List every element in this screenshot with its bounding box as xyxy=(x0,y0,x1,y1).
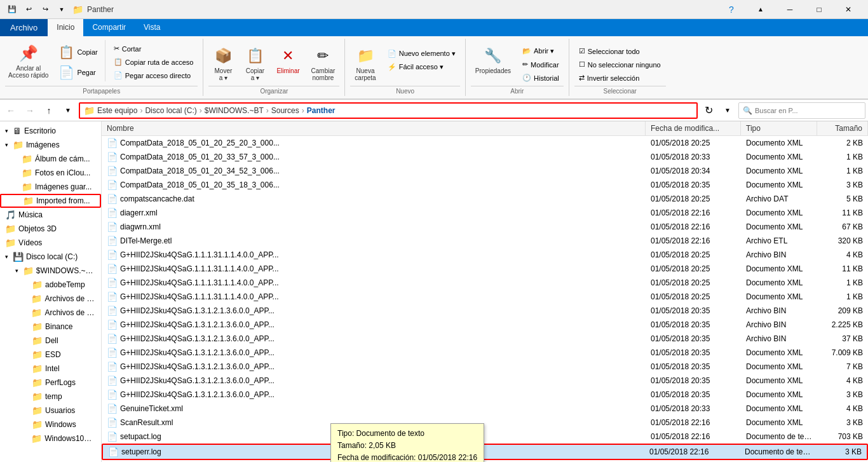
breadcrumb-este-equipo[interactable]: Este equipo xyxy=(97,106,137,115)
qat-redo[interactable]: ↪ xyxy=(38,3,52,17)
eliminar-btn[interactable]: ✕ Eliminar xyxy=(272,43,304,78)
modificar-btn[interactable]: ✏ Modificar xyxy=(518,58,564,71)
table-row[interactable]: 📄 G+HIID2JSku4QSaG.1.1.1.31.1.1.4.0.0_AP… xyxy=(102,276,868,290)
sidebar-item-2[interactable]: 📁Álbum de cám... xyxy=(0,152,101,166)
minimize-button[interactable]: ─ xyxy=(775,0,804,19)
sidebar-item-17[interactable]: 📁Intel xyxy=(0,362,101,376)
close-button[interactable]: ✕ xyxy=(834,0,863,19)
anclar-btn[interactable]: 📌 Anclar alAcceso rápido xyxy=(5,40,51,82)
table-row[interactable]: 📄 CompatData_2018_05_01_20_25_20_3_000..… xyxy=(102,136,868,150)
sidebar-item-1[interactable]: ▾📁Imágenes xyxy=(0,138,101,152)
sidebar-item-6[interactable]: 🎵Música xyxy=(0,208,101,222)
table-row[interactable]: 📄 GenuineTicket.xml 01/05/2018 20:33 Doc… xyxy=(102,402,868,416)
breadcrumb-panther[interactable]: Panther xyxy=(307,106,336,115)
sidebar-item-4[interactable]: 📁Imágenes guar... xyxy=(0,180,101,194)
sidebar-item-0[interactable]: ▾🖥Escritorio xyxy=(0,124,101,138)
table-row[interactable]: 📄 G+HIID2JSku4QSaG.1.3.1.2.1.3.6.0.0_APP… xyxy=(102,388,868,402)
file-size-15: 7.009 KB xyxy=(817,347,868,358)
seleccionar-todo-btn[interactable]: ☑ Seleccionar todo xyxy=(574,45,644,57)
table-row[interactable]: 📄 G+HIID2JSku4QSaG.1.3.1.2.1.3.6.0.0_APP… xyxy=(102,346,868,360)
cortar-btn[interactable]: ✂ Cortar xyxy=(109,43,198,55)
search-input[interactable] xyxy=(755,107,861,114)
sidebar-item-11[interactable]: 📁adobeTemp xyxy=(0,278,101,292)
table-row[interactable]: 📄 CompatData_2018_05_01_20_35_18_3_006..… xyxy=(102,178,868,192)
pegar-acceso-btn[interactable]: 📄 Pegar acceso directo xyxy=(109,69,198,81)
table-row[interactable]: 📄 setuperr.log 01/05/2018 22:16 Document… xyxy=(102,444,868,460)
table-row[interactable]: 📄 CompatData_2018_05_01_20_34_52_3_006..… xyxy=(102,164,868,178)
copiar-btn[interactable]: 📋 Copiar xyxy=(54,43,102,62)
tab-vista[interactable]: Vista xyxy=(135,19,169,36)
table-row[interactable]: 📄 setupact.log 01/05/2018 22:16 Document… xyxy=(102,430,868,444)
forward-button[interactable]: → xyxy=(22,102,38,119)
copiar-a-btn[interactable]: 📋 Copiara ▾ xyxy=(240,43,269,85)
table-row[interactable]: 📄 DITel-Merge.etl 01/05/2018 22:16 Archi… xyxy=(102,234,868,248)
help-button[interactable]: ? xyxy=(717,0,746,19)
table-row[interactable]: 📄 G+HIID2JSku4QSaG.1.1.1.31.1.1.4.0.0_AP… xyxy=(102,248,868,262)
abrir-btn[interactable]: 📂 Abrir ▾ xyxy=(518,45,564,57)
table-row[interactable]: 📄 G+HIID2JSku4QSaG.1.1.1.31.1.1.4.0.0_AP… xyxy=(102,290,868,304)
table-row[interactable]: 📄 compatscancache.dat 01/05/2018 20:25 A… xyxy=(102,192,868,206)
pegar-btn[interactable]: 📄 Pegar xyxy=(54,63,102,82)
maximize-button[interactable]: □ xyxy=(804,0,834,19)
searchbar[interactable]: 🔍 xyxy=(738,102,865,119)
file-name-18: 📄 G+HIID2JSku4QSaG.1.3.1.2.1.3.6.0.0_APP… xyxy=(102,388,646,401)
historial-btn[interactable]: 🕐 Historial xyxy=(518,72,564,84)
sidebar-item-10[interactable]: ▾📁$WINDOWS.~B... xyxy=(0,264,101,278)
table-row[interactable]: 📄 G+HIID2JSku4QSaG.1.3.1.2.1.3.6.0.0_APP… xyxy=(102,360,868,374)
sidebar-item-21[interactable]: 📁Windows xyxy=(0,418,101,431)
copiar-ruta-btn[interactable]: 📋 Copiar ruta de acceso xyxy=(109,56,198,68)
tab-inicio[interactable]: Inicio xyxy=(48,19,83,36)
qat-undo[interactable]: ↩ xyxy=(22,3,36,17)
sidebar-item-3[interactable]: 📁Fotos en iClou... xyxy=(0,166,101,180)
col-header-type[interactable]: Tipo xyxy=(741,121,817,135)
dropdown-address-btn[interactable]: ▼ xyxy=(719,102,736,119)
sidebar-item-20[interactable]: 📁Usuarios xyxy=(0,404,101,418)
table-row[interactable]: 📄 G+HIID2JSku4QSaG.1.3.1.2.1.3.6.0.0_APP… xyxy=(102,318,868,332)
refresh-button[interactable]: ↻ xyxy=(700,102,717,119)
sidebar-item-14[interactable]: 📁Binance xyxy=(0,320,101,334)
table-row[interactable]: 📄 CompatData_2018_05_01_20_33_57_3_000..… xyxy=(102,150,868,164)
sidebar-item-19[interactable]: 📁temp xyxy=(0,390,101,404)
nueva-carpeta-btn[interactable]: 📁 Nuevacarpeta xyxy=(350,43,380,85)
sidebar-item-22[interactable]: 📁Windows10Up... xyxy=(0,431,101,445)
cambiar-nombre-btn[interactable]: ✏ Cambiarnombre xyxy=(307,43,340,85)
qat-dropdown[interactable]: ▼ xyxy=(55,3,69,17)
col-header-date[interactable]: Fecha de modifica... xyxy=(646,121,741,135)
table-row[interactable]: 📄 G+HIID2JSku4QSaG.1.3.1.2.1.3.6.0.0_APP… xyxy=(102,304,868,318)
table-row[interactable]: 📄 ScanResult.xml 01/05/2018 22:16 Docume… xyxy=(102,416,868,430)
tab-archivo[interactable]: Archivo xyxy=(0,19,48,36)
sidebar-item-13[interactable]: 📁Archivos de pr... xyxy=(0,306,101,320)
facil-acceso-btn[interactable]: ⚡ Fácil acceso ▾ xyxy=(383,61,460,73)
sidebar-item-7[interactable]: 📁Objetos 3D xyxy=(0,222,101,236)
propiedades-btn[interactable]: 🔧 Propiedades xyxy=(471,43,515,78)
sidebar-item-18[interactable]: 📁PerfLogs xyxy=(0,376,101,390)
table-row[interactable]: 📄 G+HIID2JSku4QSaG.1.1.1.31.1.1.4.0.0_AP… xyxy=(102,262,868,276)
table-row[interactable]: 📄 G+HIID2JSku4QSaG.1.3.1.2.1.3.6.0.0_APP… xyxy=(102,374,868,388)
back-button[interactable]: ← xyxy=(3,102,19,119)
up-button[interactable]: ↑ xyxy=(41,102,57,119)
invertir-seleccion-btn[interactable]: ⇄ Invertir selección xyxy=(574,72,644,84)
ribbon-collapse-button[interactable]: ▲ xyxy=(746,0,775,19)
breadcrumb-disco-local[interactable]: Disco local (C:) xyxy=(145,106,196,115)
sidebar-item-15[interactable]: 📁Dell xyxy=(0,334,101,348)
no-seleccionar-btn[interactable]: ☐ No seleccionar ninguno xyxy=(574,58,665,71)
file-type-6: Documento XML xyxy=(741,221,817,233)
sidebar-item-8[interactable]: 📁Vídeos xyxy=(0,236,101,250)
breadcrumb-sources[interactable]: Sources xyxy=(271,106,299,115)
table-row[interactable]: 📄 diagerr.xml 01/05/2018 22:16 Documento… xyxy=(102,206,868,220)
addressbar[interactable]: 📁 Este equipo › Disco local (C:) › $WIND… xyxy=(79,102,698,119)
col-header-name[interactable]: Nombre xyxy=(102,121,646,135)
sidebar-item-16[interactable]: 📁ESD xyxy=(0,348,101,362)
tab-compartir[interactable]: Compartir xyxy=(83,19,135,36)
table-row[interactable]: 📄 G+HIID2JSku4QSaG.1.3.1.2.1.3.6.0.0_APP… xyxy=(102,332,868,346)
recent-button[interactable]: ▼ xyxy=(60,102,76,119)
qat-save[interactable]: 💾 xyxy=(5,3,19,17)
mover-btn[interactable]: 📦 Movera ▾ xyxy=(208,43,238,85)
sidebar-item-12[interactable]: 📁Archivos de pr... xyxy=(0,292,101,306)
table-row[interactable]: 📄 diagwrn.xml 01/05/2018 22:16 Documento… xyxy=(102,220,868,234)
sidebar-item-5[interactable]: 📁Imported from... xyxy=(0,194,101,208)
col-header-size[interactable]: Tamaño xyxy=(817,121,868,135)
breadcrumb-windows-bt[interactable]: $WINDOWS.~BT xyxy=(205,106,264,115)
nuevo-elemento-btn[interactable]: 📄 Nuevo elemento ▾ xyxy=(383,48,460,60)
sidebar-item-9[interactable]: ▾💾Disco local (C:) xyxy=(0,250,101,264)
